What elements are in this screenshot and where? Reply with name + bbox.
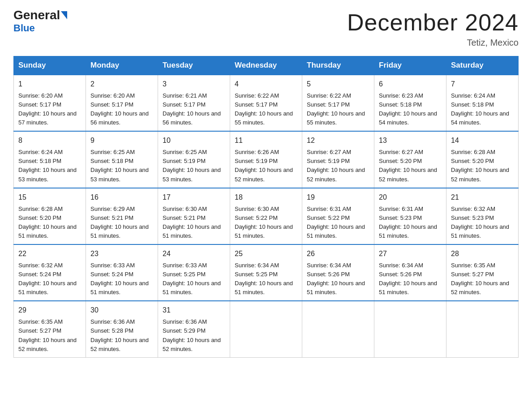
calendar-day-cell: 8Sunrise: 6:24 AMSunset: 5:18 PMDaylight… bbox=[14, 131, 86, 188]
day-number: 27 bbox=[379, 248, 442, 260]
col-wednesday: Wednesday bbox=[230, 56, 302, 75]
calendar-day-cell: 24Sunrise: 6:33 AMSunset: 5:25 PMDayligh… bbox=[158, 244, 230, 301]
calendar-day-cell: 17Sunrise: 6:30 AMSunset: 5:21 PMDayligh… bbox=[158, 188, 230, 244]
calendar-day-cell: 28Sunrise: 6:35 AMSunset: 5:27 PMDayligh… bbox=[446, 244, 519, 301]
day-number: 9 bbox=[90, 135, 153, 146]
calendar-day-cell: 14Sunrise: 6:28 AMSunset: 5:20 PMDayligh… bbox=[446, 131, 519, 188]
col-sunday: Sunday bbox=[14, 56, 86, 75]
calendar-day-cell: 29Sunrise: 6:35 AMSunset: 5:27 PMDayligh… bbox=[14, 301, 86, 357]
calendar-day-cell: 7Sunrise: 6:24 AMSunset: 5:18 PMDaylight… bbox=[446, 75, 519, 131]
day-info: Sunrise: 6:33 AMSunset: 5:25 PMDaylight:… bbox=[163, 261, 225, 297]
calendar-day-cell: 9Sunrise: 6:25 AMSunset: 5:18 PMDaylight… bbox=[86, 131, 158, 188]
calendar-day-cell: 21Sunrise: 6:32 AMSunset: 5:23 PMDayligh… bbox=[446, 188, 519, 244]
calendar-day-cell: 4Sunrise: 6:22 AMSunset: 5:17 PMDaylight… bbox=[230, 75, 302, 131]
calendar-day-cell: 27Sunrise: 6:34 AMSunset: 5:26 PMDayligh… bbox=[374, 244, 446, 301]
day-number: 24 bbox=[163, 248, 225, 260]
calendar-day-cell bbox=[230, 301, 302, 357]
logo-general-text: General bbox=[13, 9, 60, 21]
day-number: 21 bbox=[451, 192, 514, 203]
day-info: Sunrise: 6:25 AMSunset: 5:19 PMDaylight:… bbox=[163, 148, 225, 184]
day-number: 13 bbox=[379, 135, 442, 146]
day-number: 14 bbox=[451, 135, 514, 146]
day-info: Sunrise: 6:36 AMSunset: 5:28 PMDaylight:… bbox=[90, 317, 153, 354]
calendar-day-cell: 26Sunrise: 6:34 AMSunset: 5:26 PMDayligh… bbox=[302, 244, 374, 301]
calendar-day-cell: 25Sunrise: 6:34 AMSunset: 5:25 PMDayligh… bbox=[230, 244, 302, 301]
calendar-day-cell: 19Sunrise: 6:31 AMSunset: 5:22 PMDayligh… bbox=[302, 188, 374, 244]
day-info: Sunrise: 6:26 AMSunset: 5:19 PMDaylight:… bbox=[235, 148, 297, 184]
calendar-day-cell: 2Sunrise: 6:20 AMSunset: 5:17 PMDaylight… bbox=[86, 75, 158, 131]
day-info: Sunrise: 6:25 AMSunset: 5:18 PMDaylight:… bbox=[90, 148, 153, 184]
day-info: Sunrise: 6:32 AMSunset: 5:24 PMDaylight:… bbox=[18, 261, 81, 297]
day-info: Sunrise: 6:24 AMSunset: 5:18 PMDaylight:… bbox=[18, 148, 81, 184]
day-info: Sunrise: 6:22 AMSunset: 5:17 PMDaylight:… bbox=[307, 91, 369, 128]
logo: General Blue bbox=[13, 9, 67, 34]
location-label: Tetiz, Mexico bbox=[347, 38, 519, 48]
day-number: 25 bbox=[235, 248, 297, 260]
calendar-day-cell: 15Sunrise: 6:28 AMSunset: 5:20 PMDayligh… bbox=[14, 188, 86, 244]
day-info: Sunrise: 6:32 AMSunset: 5:23 PMDaylight:… bbox=[451, 205, 514, 241]
calendar-day-cell bbox=[302, 301, 374, 357]
day-number: 6 bbox=[379, 79, 442, 90]
day-info: Sunrise: 6:23 AMSunset: 5:18 PMDaylight:… bbox=[379, 91, 442, 128]
day-number: 30 bbox=[90, 305, 153, 316]
day-info: Sunrise: 6:31 AMSunset: 5:22 PMDaylight:… bbox=[307, 205, 369, 241]
day-info: Sunrise: 6:34 AMSunset: 5:26 PMDaylight:… bbox=[379, 261, 442, 297]
calendar-day-cell: 3Sunrise: 6:21 AMSunset: 5:17 PMDaylight… bbox=[158, 75, 230, 131]
day-info: Sunrise: 6:33 AMSunset: 5:24 PMDaylight:… bbox=[90, 261, 153, 297]
col-friday: Friday bbox=[374, 56, 446, 75]
day-number: 17 bbox=[163, 192, 225, 203]
day-number: 10 bbox=[163, 135, 225, 146]
col-monday: Monday bbox=[86, 56, 158, 75]
calendar-week-row: 1Sunrise: 6:20 AMSunset: 5:17 PMDaylight… bbox=[14, 75, 519, 131]
day-number: 8 bbox=[18, 135, 81, 146]
day-number: 12 bbox=[307, 135, 369, 146]
calendar-day-cell: 10Sunrise: 6:25 AMSunset: 5:19 PMDayligh… bbox=[158, 131, 230, 188]
calendar-day-cell bbox=[446, 301, 519, 357]
calendar-day-cell: 5Sunrise: 6:22 AMSunset: 5:17 PMDaylight… bbox=[302, 75, 374, 131]
calendar-day-cell: 11Sunrise: 6:26 AMSunset: 5:19 PMDayligh… bbox=[230, 131, 302, 188]
day-info: Sunrise: 6:20 AMSunset: 5:17 PMDaylight:… bbox=[18, 91, 81, 128]
day-number: 22 bbox=[18, 248, 81, 260]
day-number: 28 bbox=[451, 248, 514, 260]
calendar-day-cell: 20Sunrise: 6:31 AMSunset: 5:23 PMDayligh… bbox=[374, 188, 446, 244]
calendar-day-cell: 13Sunrise: 6:27 AMSunset: 5:20 PMDayligh… bbox=[374, 131, 446, 188]
day-number: 3 bbox=[163, 79, 225, 90]
calendar-day-cell: 30Sunrise: 6:36 AMSunset: 5:28 PMDayligh… bbox=[86, 301, 158, 357]
col-saturday: Saturday bbox=[446, 56, 519, 75]
calendar-week-row: 29Sunrise: 6:35 AMSunset: 5:27 PMDayligh… bbox=[14, 301, 519, 357]
day-number: 23 bbox=[90, 248, 153, 260]
logo-blue-text: Blue bbox=[13, 22, 35, 34]
day-info: Sunrise: 6:27 AMSunset: 5:19 PMDaylight:… bbox=[307, 148, 369, 184]
day-number: 26 bbox=[307, 248, 369, 260]
day-info: Sunrise: 6:30 AMSunset: 5:22 PMDaylight:… bbox=[235, 205, 297, 241]
day-number: 15 bbox=[18, 192, 81, 203]
calendar-day-cell: 1Sunrise: 6:20 AMSunset: 5:17 PMDaylight… bbox=[14, 75, 86, 131]
day-info: Sunrise: 6:34 AMSunset: 5:25 PMDaylight:… bbox=[235, 261, 297, 297]
calendar-header-row: Sunday Monday Tuesday Wednesday Thursday… bbox=[14, 56, 519, 75]
col-thursday: Thursday bbox=[302, 56, 374, 75]
day-number: 2 bbox=[90, 79, 153, 90]
day-number: 7 bbox=[451, 79, 514, 90]
day-info: Sunrise: 6:24 AMSunset: 5:18 PMDaylight:… bbox=[451, 91, 514, 128]
day-number: 1 bbox=[18, 79, 81, 90]
day-number: 18 bbox=[235, 192, 297, 203]
calendar-day-cell: 31Sunrise: 6:36 AMSunset: 5:29 PMDayligh… bbox=[158, 301, 230, 357]
day-info: Sunrise: 6:27 AMSunset: 5:20 PMDaylight:… bbox=[379, 148, 442, 184]
day-number: 31 bbox=[163, 305, 225, 316]
day-info: Sunrise: 6:30 AMSunset: 5:21 PMDaylight:… bbox=[163, 205, 225, 241]
calendar-day-cell: 6Sunrise: 6:23 AMSunset: 5:18 PMDaylight… bbox=[374, 75, 446, 131]
day-number: 4 bbox=[235, 79, 297, 90]
day-number: 11 bbox=[235, 135, 297, 146]
calendar-week-row: 22Sunrise: 6:32 AMSunset: 5:24 PMDayligh… bbox=[14, 244, 519, 301]
day-info: Sunrise: 6:22 AMSunset: 5:17 PMDaylight:… bbox=[235, 91, 297, 128]
calendar-day-cell: 22Sunrise: 6:32 AMSunset: 5:24 PMDayligh… bbox=[14, 244, 86, 301]
day-info: Sunrise: 6:29 AMSunset: 5:21 PMDaylight:… bbox=[90, 205, 153, 241]
calendar-week-row: 8Sunrise: 6:24 AMSunset: 5:18 PMDaylight… bbox=[14, 131, 519, 188]
day-number: 20 bbox=[379, 192, 442, 203]
day-info: Sunrise: 6:28 AMSunset: 5:20 PMDaylight:… bbox=[18, 205, 81, 241]
calendar-day-cell: 23Sunrise: 6:33 AMSunset: 5:24 PMDayligh… bbox=[86, 244, 158, 301]
calendar-day-cell bbox=[374, 301, 446, 357]
calendar-table: Sunday Monday Tuesday Wednesday Thursday… bbox=[13, 56, 519, 358]
day-info: Sunrise: 6:28 AMSunset: 5:20 PMDaylight:… bbox=[451, 148, 514, 184]
day-number: 19 bbox=[307, 192, 369, 203]
